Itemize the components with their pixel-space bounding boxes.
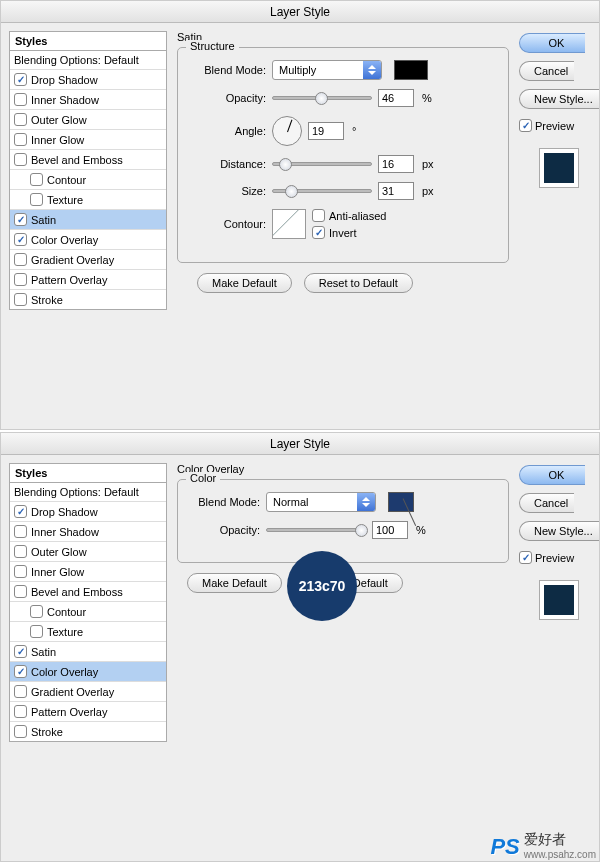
style-item-color-overlay[interactable]: Color Overlay [10, 662, 166, 682]
checkbox-icon[interactable] [30, 173, 43, 186]
style-item-inner-glow[interactable]: Inner Glow [10, 562, 166, 582]
contour-picker[interactable] [272, 209, 306, 239]
style-item-inner-shadow[interactable]: Inner Shadow [10, 90, 166, 110]
checkbox-icon[interactable] [14, 153, 27, 166]
angle-input[interactable] [308, 122, 344, 140]
style-item-label: Bevel and Emboss [31, 586, 123, 598]
checkbox-icon[interactable] [14, 113, 27, 126]
style-item-bevel-and-emboss[interactable]: Bevel and Emboss [10, 150, 166, 170]
style-item-label: Gradient Overlay [31, 254, 114, 266]
styles-list: Blending Options: DefaultDrop ShadowInne… [9, 482, 167, 742]
reset-default-button[interactable]: Reset to Default [304, 273, 413, 293]
checkbox-icon[interactable] [30, 193, 43, 206]
style-item-gradient-overlay[interactable]: Gradient Overlay [10, 250, 166, 270]
style-item-color-overlay[interactable]: Color Overlay [10, 230, 166, 250]
style-item-label: Outer Glow [31, 114, 87, 126]
checkbox-icon[interactable] [14, 685, 27, 698]
style-item-drop-shadow[interactable]: Drop Shadow [10, 70, 166, 90]
style-item-gradient-overlay[interactable]: Gradient Overlay [10, 682, 166, 702]
cancel-button[interactable]: Cancel [519, 493, 574, 513]
style-item-label: Inner Shadow [31, 526, 99, 538]
style-item-pattern-overlay[interactable]: Pattern Overlay [10, 270, 166, 290]
blend-mode-label: Blend Mode: [188, 496, 260, 508]
checkbox-icon[interactable] [14, 93, 27, 106]
style-item-label: Stroke [31, 294, 63, 306]
style-item-label: Outer Glow [31, 546, 87, 558]
style-item-texture[interactable]: Texture [10, 622, 166, 642]
checkbox-icon[interactable] [14, 293, 27, 306]
new-style-button[interactable]: New Style... [519, 521, 599, 541]
checkbox-icon[interactable] [14, 253, 27, 266]
distance-input[interactable] [378, 155, 414, 173]
make-default-button[interactable]: Make Default [197, 273, 292, 293]
color-swatch[interactable] [394, 60, 428, 80]
checkbox-icon[interactable] [14, 705, 27, 718]
style-item-drop-shadow[interactable]: Drop Shadow [10, 502, 166, 522]
style-item-pattern-overlay[interactable]: Pattern Overlay [10, 702, 166, 722]
style-item-label: Inner Shadow [31, 94, 99, 106]
size-input[interactable] [378, 182, 414, 200]
ok-button[interactable]: OK [519, 33, 585, 53]
angle-dial[interactable] [272, 116, 302, 146]
style-item-texture[interactable]: Texture [10, 190, 166, 210]
opacity-input[interactable] [378, 89, 414, 107]
styles-header: Styles [9, 31, 167, 50]
style-item-label: Drop Shadow [31, 506, 98, 518]
blending-options[interactable]: Blending Options: Default [10, 51, 166, 70]
style-item-label: Satin [31, 646, 56, 658]
style-item-stroke[interactable]: Stroke [10, 722, 166, 741]
checkbox-icon[interactable] [14, 273, 27, 286]
checkbox-icon[interactable] [14, 73, 27, 86]
opacity-slider[interactable] [266, 528, 366, 532]
opacity-slider[interactable] [272, 96, 372, 100]
style-item-satin[interactable]: Satin [10, 642, 166, 662]
checkbox-icon[interactable] [14, 505, 27, 518]
styles-list: Blending Options: DefaultDrop ShadowInne… [9, 50, 167, 310]
opacity-label: Opacity: [188, 92, 266, 104]
chevron-updown-icon [363, 61, 381, 79]
style-item-label: Texture [47, 626, 83, 638]
checkbox-icon[interactable] [14, 725, 27, 738]
style-item-outer-glow[interactable]: Outer Glow [10, 110, 166, 130]
color-swatch[interactable] [388, 492, 414, 512]
style-item-bevel-and-emboss[interactable]: Bevel and Emboss [10, 582, 166, 602]
style-item-inner-glow[interactable]: Inner Glow [10, 130, 166, 150]
checkbox-icon[interactable] [30, 625, 43, 638]
style-item-label: Inner Glow [31, 566, 84, 578]
checkbox-icon[interactable] [14, 545, 27, 558]
style-item-contour[interactable]: Contour [10, 170, 166, 190]
cancel-button[interactable]: Cancel [519, 61, 574, 81]
checkbox-icon[interactable] [14, 233, 27, 246]
preview-checkbox[interactable]: Preview [519, 119, 574, 132]
style-item-label: Gradient Overlay [31, 686, 114, 698]
style-item-contour[interactable]: Contour [10, 602, 166, 622]
style-item-outer-glow[interactable]: Outer Glow [10, 542, 166, 562]
checkbox-icon[interactable] [14, 133, 27, 146]
blending-options[interactable]: Blending Options: Default [10, 483, 166, 502]
style-item-label: Inner Glow [31, 134, 84, 146]
checkbox-icon[interactable] [14, 525, 27, 538]
chevron-updown-icon [357, 493, 375, 511]
ok-button[interactable]: OK [519, 465, 585, 485]
make-default-button[interactable]: Make Default [187, 573, 282, 593]
size-slider[interactable] [272, 189, 372, 193]
opacity-input[interactable] [372, 521, 408, 539]
anti-aliased-checkbox[interactable]: Anti-aliased [312, 209, 386, 222]
checkbox-icon[interactable] [14, 645, 27, 658]
invert-checkbox[interactable]: Invert [312, 226, 386, 239]
distance-slider[interactable] [272, 162, 372, 166]
preview-checkbox[interactable]: Preview [519, 551, 574, 564]
section-title: Color Overlay [177, 463, 509, 475]
checkbox-icon[interactable] [30, 605, 43, 618]
checkbox-icon[interactable] [14, 565, 27, 578]
style-item-inner-shadow[interactable]: Inner Shadow [10, 522, 166, 542]
style-item-label: Pattern Overlay [31, 274, 107, 286]
checkbox-icon[interactable] [14, 665, 27, 678]
checkbox-icon[interactable] [14, 213, 27, 226]
style-item-satin[interactable]: Satin [10, 210, 166, 230]
new-style-button[interactable]: New Style... [519, 89, 599, 109]
checkbox-icon[interactable] [14, 585, 27, 598]
style-item-stroke[interactable]: Stroke [10, 290, 166, 309]
window-title: Layer Style [1, 433, 599, 455]
style-item-label: Texture [47, 194, 83, 206]
